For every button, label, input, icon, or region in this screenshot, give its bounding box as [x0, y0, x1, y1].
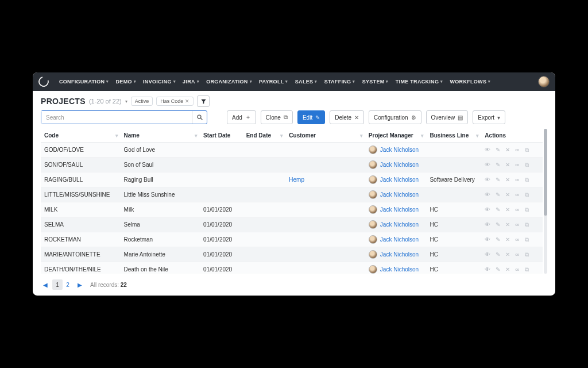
export-button[interactable]: Export ▾ — [473, 110, 505, 124]
filter-chip-has-code[interactable]: Has Code ✕ — [156, 97, 194, 106]
row-edit-icon[interactable]: ✎ — [496, 162, 500, 168]
filter-chip-active[interactable]: Active — [131, 97, 153, 106]
pager-page-1[interactable]: 1 — [52, 279, 63, 290]
col-header-name[interactable]: Name▾ — [121, 129, 200, 143]
search-input[interactable] — [41, 111, 192, 124]
filter-caret-icon[interactable]: ▾ — [280, 133, 283, 139]
scrollbar-thumb[interactable] — [544, 129, 547, 216]
clone-button[interactable]: Clone ⧉ — [261, 110, 293, 124]
row-view-icon[interactable]: 👁 — [485, 221, 490, 228]
nav-item-invoicing[interactable]: INVOICING▾ — [140, 76, 179, 87]
row-delete-icon[interactable]: ✕ — [505, 177, 510, 183]
row-edit-icon[interactable]: ✎ — [496, 251, 500, 258]
pm-link[interactable]: Jack Nicholson — [380, 221, 419, 228]
table-row[interactable]: RAGING/BULLRaging BullHempJack Nicholson… — [41, 172, 543, 187]
row-copy-icon[interactable]: ⧉ — [525, 206, 529, 213]
row-edit-icon[interactable]: ✎ — [496, 266, 500, 273]
row-link-icon[interactable]: ∞ — [515, 177, 519, 183]
nav-item-staffing[interactable]: STAFFING▾ — [321, 76, 359, 87]
add-button[interactable]: Add ＋ — [227, 110, 256, 124]
row-link-icon[interactable]: ∞ — [515, 221, 519, 228]
row-view-icon[interactable]: 👁 — [485, 177, 490, 183]
customer-link[interactable]: Hemp — [289, 177, 304, 183]
row-delete-icon[interactable]: ✕ — [505, 236, 510, 243]
row-view-icon[interactable]: 👁 — [485, 147, 490, 154]
row-copy-icon[interactable]: ⧉ — [525, 251, 529, 258]
nav-item-workflows[interactable]: WORKFLOWS▾ — [447, 76, 494, 87]
row-copy-icon[interactable]: ⧉ — [525, 221, 529, 228]
chevron-down-icon[interactable]: ▾ — [125, 99, 127, 104]
table-row[interactable]: LITTLE/MISS/SUNSHINELittle Miss Sunshine… — [41, 187, 543, 202]
close-icon[interactable]: ✕ — [185, 98, 189, 104]
pager-prev[interactable]: ◀ — [41, 282, 50, 288]
row-edit-icon[interactable]: ✎ — [496, 177, 500, 183]
configuration-button[interactable]: Configuration ⚙ — [369, 110, 421, 124]
row-link-icon[interactable]: ∞ — [515, 251, 519, 258]
row-view-icon[interactable]: 👁 — [485, 236, 490, 243]
row-delete-icon[interactable]: ✕ — [505, 206, 510, 213]
row-delete-icon[interactable]: ✕ — [505, 147, 510, 154]
row-view-icon[interactable]: 👁 — [485, 266, 490, 273]
pager-page-2[interactable]: 2 — [63, 279, 73, 290]
user-avatar[interactable] — [538, 76, 550, 87]
pm-link[interactable]: Jack Nicholson — [380, 206, 419, 213]
table-row[interactable]: MARIE/ANTOINETTEMarie Antoinette01/01/20… — [41, 247, 543, 262]
table-row[interactable]: MILKMilk01/01/2020Jack NicholsonHC👁✎✕∞⧉ — [41, 202, 543, 217]
app-logo-icon[interactable] — [37, 75, 51, 89]
filter-caret-icon[interactable]: ▾ — [115, 133, 118, 139]
filter-caret-icon[interactable]: ▾ — [195, 133, 198, 139]
pager-next[interactable]: ▶ — [75, 282, 84, 288]
pm-link[interactable]: Jack Nicholson — [380, 147, 419, 153]
col-header-start[interactable]: Start Date — [200, 129, 243, 143]
search-button[interactable] — [192, 111, 207, 124]
col-header-customer[interactable]: Customer▾ — [285, 129, 365, 143]
row-edit-icon[interactable]: ✎ — [496, 147, 500, 154]
row-delete-icon[interactable]: ✕ — [505, 266, 510, 273]
nav-item-organization[interactable]: ORGANIZATION▾ — [203, 76, 256, 87]
row-edit-icon[interactable]: ✎ — [496, 206, 500, 213]
delete-button[interactable]: Delete ✕ — [330, 110, 364, 124]
row-delete-icon[interactable]: ✕ — [505, 221, 510, 228]
row-copy-icon[interactable]: ⧉ — [525, 191, 529, 198]
filter-caret-icon[interactable]: ▾ — [360, 133, 363, 139]
row-view-icon[interactable]: 👁 — [485, 191, 490, 198]
nav-item-configuration[interactable]: CONFIGURATION▾ — [56, 76, 113, 87]
row-delete-icon[interactable]: ✕ — [505, 162, 510, 168]
filter-button[interactable] — [197, 95, 210, 107]
row-edit-icon[interactable]: ✎ — [496, 191, 500, 198]
col-header-bline[interactable]: Business Line▾ — [426, 129, 481, 143]
filter-caret-icon[interactable]: ▾ — [421, 133, 424, 139]
row-copy-icon[interactable]: ⧉ — [525, 266, 529, 273]
row-link-icon[interactable]: ∞ — [515, 162, 519, 168]
scrollbar-track[interactable] — [544, 129, 547, 274]
col-header-code[interactable]: Code▾ — [41, 129, 121, 143]
overview-button[interactable]: Overview ▤ — [426, 110, 469, 124]
row-delete-icon[interactable]: ✕ — [505, 251, 510, 258]
table-row[interactable]: GOD/OF/LOVEGod of LoveJack Nicholson👁✎✕∞… — [41, 143, 543, 158]
row-copy-icon[interactable]: ⧉ — [525, 177, 529, 183]
table-row[interactable]: SELMASelma01/01/2020Jack NicholsonHC👁✎✕∞… — [41, 217, 543, 232]
nav-item-payroll[interactable]: PAYROLL▾ — [256, 76, 292, 87]
nav-item-system[interactable]: SYSTEM▾ — [359, 76, 392, 87]
col-header-end[interactable]: End Date▾ — [243, 129, 286, 143]
nav-item-sales[interactable]: SALES▾ — [292, 76, 321, 87]
filter-caret-icon[interactable]: ▾ — [476, 133, 479, 139]
row-edit-icon[interactable]: ✎ — [496, 236, 500, 243]
row-link-icon[interactable]: ∞ — [515, 191, 519, 198]
pm-link[interactable]: Jack Nicholson — [380, 191, 419, 198]
nav-item-jira[interactable]: JIRA▾ — [179, 76, 203, 87]
nav-item-time-tracking[interactable]: TIME TRACKING▾ — [392, 76, 447, 87]
table-row[interactable]: DEATH/ON/THE/NILEDeath on the Nile01/01/… — [41, 262, 543, 274]
row-view-icon[interactable]: 👁 — [485, 162, 490, 168]
row-copy-icon[interactable]: ⧉ — [525, 162, 529, 168]
row-delete-icon[interactable]: ✕ — [505, 191, 510, 198]
pm-link[interactable]: Jack Nicholson — [380, 177, 419, 183]
pm-link[interactable]: Jack Nicholson — [380, 266, 419, 273]
pm-link[interactable]: Jack Nicholson — [380, 251, 419, 258]
row-link-icon[interactable]: ∞ — [515, 266, 519, 273]
pm-link[interactable]: Jack Nicholson — [380, 236, 419, 243]
pm-link[interactable]: Jack Nicholson — [380, 162, 419, 168]
row-link-icon[interactable]: ∞ — [515, 206, 519, 213]
nav-item-demo[interactable]: DEMO▾ — [113, 76, 140, 87]
row-link-icon[interactable]: ∞ — [515, 147, 519, 154]
